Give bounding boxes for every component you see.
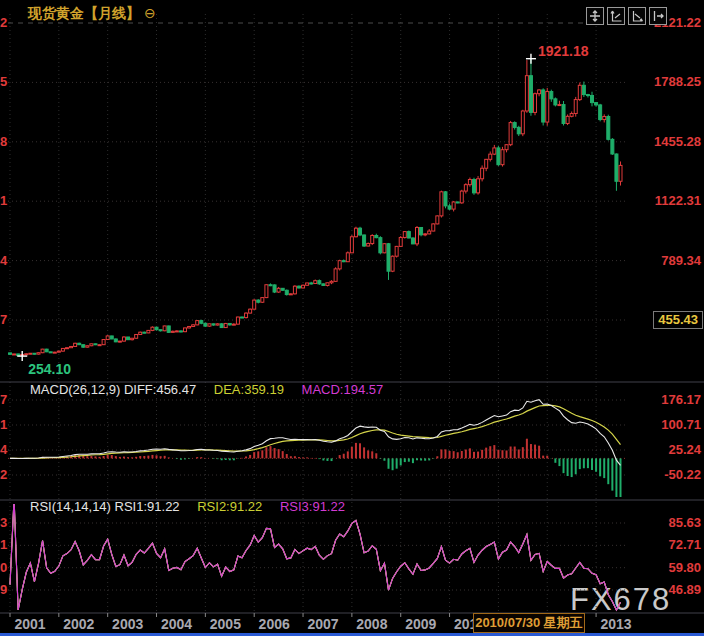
chart-canvas[interactable] — [0, 0, 704, 636]
year-label: 2007 — [307, 616, 338, 632]
clipped-macd-digit: 1 — [0, 417, 7, 432]
clipped-price-digit: 4 — [0, 253, 7, 268]
crosshair-markers — [17, 54, 536, 361]
clipped-price-digit: 5 — [0, 74, 7, 89]
rsi-header: RSI(14,14,14) RSI1:91.22 RSI2:91.22 RSI3… — [30, 499, 345, 514]
pan-icon[interactable] — [586, 7, 604, 25]
year-label: 2009 — [405, 616, 436, 632]
year-label: 2013 — [601, 616, 632, 632]
clipped-rsi-digit: 3 — [0, 515, 7, 530]
clipped-macd-digit: 4 — [0, 442, 7, 457]
year-label: 2001 — [14, 616, 45, 632]
clipped-macd-digit: 2 — [0, 467, 7, 482]
crosshair-date-box: 2010/07/30 星期五 — [473, 613, 585, 633]
shift-right-icon[interactable] — [649, 7, 667, 25]
year-label: 2008 — [356, 616, 387, 632]
rsi2-value: RSI2:91.22 — [197, 499, 262, 514]
last-price-badge: 455.43 — [653, 311, 703, 329]
rsi-layer — [10, 498, 621, 610]
clipped-price-digit: 1 — [0, 193, 7, 208]
trading-app-window: 现货黄金【月线】⊖ 2121.221788.251455.281122.3178… — [0, 0, 704, 636]
clipped-macd-digit: 7 — [0, 392, 7, 407]
macd-macd-value: MACD:194.57 — [302, 382, 384, 397]
collapse-pane-icon[interactable]: ⊖ — [144, 5, 156, 21]
macd-diff-value: MACD(26,12,9) DIFF:456.47 — [30, 382, 196, 397]
candles-layer — [9, 59, 623, 356]
clipped-rsi-digit: 0 — [0, 560, 7, 575]
chart-toolbar — [586, 7, 667, 25]
year-label: 2002 — [63, 616, 94, 632]
symbol-interval-label: 现货黄金【月线】 — [28, 5, 140, 21]
macd-dea-value: DEA:359.19 — [214, 382, 284, 397]
zoom-axis-left-icon[interactable] — [607, 7, 625, 25]
clipped-price-digit: 8 — [0, 134, 7, 149]
year-label: 2005 — [210, 616, 241, 632]
high-price-annotation: 1921.18 — [538, 43, 589, 59]
year-label: 2006 — [259, 616, 290, 632]
zoom-axis-right-icon[interactable] — [628, 7, 646, 25]
rsi-line-3 — [10, 498, 621, 610]
year-label: 2003 — [112, 616, 143, 632]
low-price-annotation: 254.10 — [28, 361, 71, 377]
chart-title: 现货黄金【月线】⊖ — [28, 5, 156, 23]
clipped-price-digit: 2 — [0, 15, 7, 30]
rsi1-value: RSI(14,14,14) RSI1:91.22 — [30, 499, 180, 514]
clipped-rsi-digit: 1 — [0, 537, 7, 552]
clipped-rsi-digit: 9 — [0, 582, 7, 597]
diff-line — [10, 400, 621, 466]
macd-layer — [8, 400, 628, 497]
macd-header: MACD(26,12,9) DIFF:456.47 DEA:359.19 MAC… — [30, 382, 383, 397]
clipped-price-digit: 7 — [0, 312, 7, 327]
year-label: 2004 — [161, 616, 192, 632]
rsi3-value: RSI3:91.22 — [280, 499, 345, 514]
